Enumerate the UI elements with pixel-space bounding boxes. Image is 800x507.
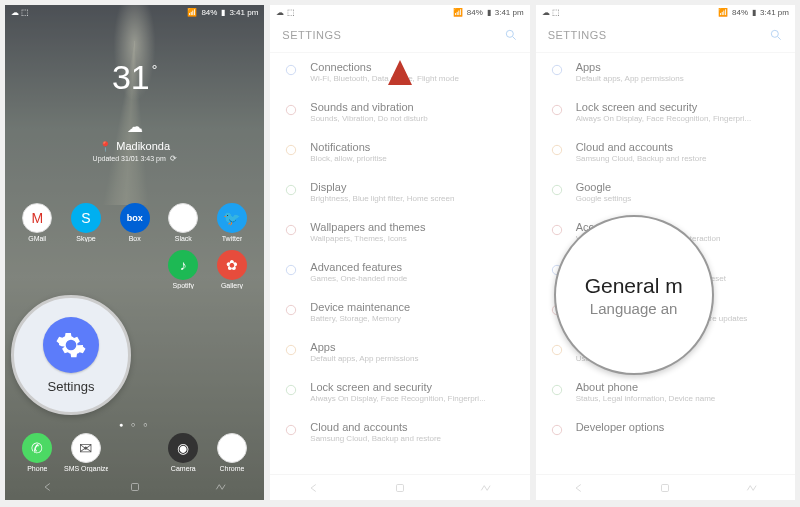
row-subtitle: Default apps, App permissions — [576, 74, 783, 83]
status-time: 3:41 pm — [760, 8, 789, 17]
row-icon — [548, 341, 566, 359]
battery-pct: 84% — [732, 8, 748, 17]
settings-row[interactable]: Sounds and vibrationSounds, Vibration, D… — [270, 93, 529, 133]
nav-home[interactable] — [115, 480, 155, 494]
gallery-icon: ✿ — [217, 250, 247, 280]
nav-bar — [5, 474, 264, 500]
row-title: Device maintenance — [310, 301, 517, 313]
svg-point-13 — [771, 30, 778, 37]
app-box[interactable]: boxBox — [120, 203, 150, 242]
row-subtitle: Wallpapers, Themes, Icons — [310, 234, 517, 243]
row-icon — [282, 341, 300, 359]
row-icon — [548, 61, 566, 79]
row-icon — [548, 221, 566, 239]
weather-widget[interactable]: 31 ° ☁ 📍 Madikonda Updated 31/01 3:43 pm… — [5, 58, 264, 163]
app-gmail[interactable]: MGMail — [22, 203, 52, 242]
settings-list[interactable]: ConnectionsWi-Fi, Bluetooth, Data usage,… — [270, 53, 529, 500]
battery-pct: 84% — [467, 8, 483, 17]
nav-home[interactable] — [380, 481, 420, 495]
settings-row[interactable]: ConnectionsWi-Fi, Bluetooth, Data usage,… — [270, 53, 529, 93]
settings-row[interactable]: Advanced featuresGames, One-handed mode — [270, 253, 529, 293]
settings-row[interactable]: Lock screen and securityAlways On Displa… — [536, 93, 795, 133]
settings-row[interactable]: Device maintenanceBattery, Storage, Memo… — [270, 293, 529, 333]
app-camera[interactable]: ◉Camera — [168, 433, 198, 472]
spotify-icon: ♪ — [168, 250, 198, 280]
svg-rect-24 — [662, 484, 669, 491]
nav-back[interactable] — [294, 481, 334, 495]
svg-point-17 — [552, 185, 561, 194]
nav-back[interactable] — [28, 480, 68, 494]
app-chrome[interactable]: ◉Chrome — [217, 433, 247, 472]
magnified-title: General m — [585, 274, 683, 298]
svg-point-4 — [287, 145, 296, 154]
app-twitter[interactable]: 🐦Twitter — [217, 203, 247, 242]
twitter-icon: 🐦 — [217, 203, 247, 233]
app-skype[interactable]: SSkype — [71, 203, 101, 242]
svg-point-8 — [287, 305, 296, 314]
svg-point-1 — [506, 30, 513, 37]
settings-row[interactable]: Cloud and accountsSamsung Cloud, Backup … — [536, 133, 795, 173]
row-icon — [282, 261, 300, 279]
app-sms[interactable]: ✉SMS Organizer — [64, 433, 108, 472]
nav-home[interactable] — [645, 481, 685, 495]
app-gallery[interactable]: ✿Gallery — [217, 250, 247, 289]
settings-app-icon — [43, 317, 99, 373]
settings-row[interactable]: Lock screen and securityAlways On Displa… — [270, 373, 529, 413]
settings-row[interactable]: AppsDefault apps, App permissions — [270, 333, 529, 373]
updated-text: Updated 31/01 3:43 pm — [93, 155, 166, 162]
status-bar: ☁ ⬚ 📶 84% ▮ 3:41 pm — [270, 5, 529, 20]
search-icon[interactable] — [504, 28, 518, 42]
row-subtitle: Status, Legal information, Device name — [576, 394, 783, 403]
row-title: Cloud and accounts — [576, 141, 783, 153]
nav-recents[interactable] — [732, 481, 772, 495]
settings-row[interactable]: DisplayBrightness, Blue light filter, Ho… — [270, 173, 529, 213]
row-icon — [282, 181, 300, 199]
settings-row[interactable]: GoogleGoogle settings — [536, 173, 795, 213]
search-icon[interactable] — [769, 28, 783, 42]
row-title: Sounds and vibration — [310, 101, 517, 113]
nav-recents[interactable] — [201, 480, 241, 494]
refresh-icon[interactable]: ⟳ — [170, 154, 177, 163]
page-indicator[interactable]: ● ○ ○ — [5, 421, 264, 428]
status-bar: ☁ ⬚ 📶 84% ▮ 3:41 pm — [5, 5, 264, 20]
signal-icon: 📶 — [187, 8, 197, 17]
sms-icon: ✉ — [71, 433, 101, 463]
row-subtitle: Block, allow, prioritise — [310, 154, 517, 163]
settings-row[interactable]: Wallpapers and themesWallpapers, Themes,… — [270, 213, 529, 253]
svg-point-7 — [287, 265, 296, 274]
row-subtitle: Always On Display, Face Recognition, Fin… — [576, 114, 783, 123]
notification-icons: ☁ ⬚ — [542, 8, 560, 17]
signal-icon: 📶 — [453, 8, 463, 17]
settings-row[interactable]: Developer options — [536, 413, 795, 449]
location-icon: 📍 — [99, 141, 111, 152]
dock: ✆Phone ✉SMS Organizer ◉Camera ◉Chrome — [5, 433, 264, 472]
settings-row[interactable]: NotificationsBlock, allow, prioritise — [270, 133, 529, 173]
row-icon — [282, 421, 300, 439]
app-slack[interactable]: ⁂Slack — [168, 203, 198, 242]
nav-recents[interactable] — [466, 481, 506, 495]
gear-icon — [55, 329, 87, 361]
battery-icon: ▮ — [752, 8, 756, 17]
panel-header: SETTINGS — [536, 20, 795, 53]
settings-row[interactable]: Cloud and accountsSamsung Cloud, Backup … — [270, 413, 529, 453]
row-subtitle: Google settings — [576, 194, 783, 203]
row-title: Advanced features — [310, 261, 517, 273]
camera-icon: ◉ — [168, 433, 198, 463]
skype-icon: S — [71, 203, 101, 233]
settings-row[interactable]: AppsDefault apps, App permissions — [536, 53, 795, 93]
app-spotify[interactable]: ♪Spotify — [168, 250, 198, 289]
svg-point-22 — [552, 385, 561, 394]
nav-bar — [270, 474, 529, 500]
app-phone[interactable]: ✆Phone — [22, 433, 52, 472]
notification-icons: ☁ ⬚ — [11, 8, 29, 17]
nav-back[interactable] — [559, 481, 599, 495]
row-icon — [282, 101, 300, 119]
row-icon — [548, 381, 566, 399]
status-bar: ☁ ⬚ 📶 84% ▮ 3:41 pm — [536, 5, 795, 20]
signal-icon: 📶 — [718, 8, 728, 17]
svg-point-10 — [287, 385, 296, 394]
settings-row[interactable]: About phoneStatus, Legal information, De… — [536, 373, 795, 413]
settings-highlight[interactable]: Settings — [11, 295, 131, 415]
row-icon — [282, 221, 300, 239]
row-subtitle: Default apps, App permissions — [310, 354, 517, 363]
